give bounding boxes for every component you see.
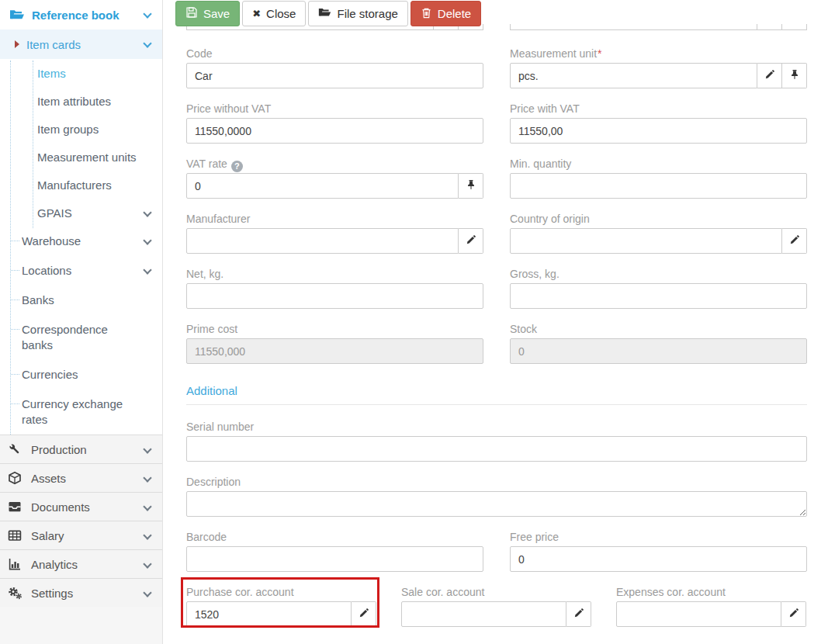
pin-icon [466, 179, 476, 192]
pin-vat-rate-button[interactable] [459, 173, 483, 199]
bar-chart-icon [8, 557, 25, 571]
file-storage-button-label: File storage [337, 7, 397, 20]
measurement-unit-input[interactable] [510, 63, 757, 88]
expenses-cor-account-label: Expenses cor. account [616, 586, 806, 599]
sidebar-filler [0, 607, 162, 644]
chevron-down-icon [143, 473, 151, 482]
delete-button[interactable]: Delete [411, 1, 481, 26]
required-asterisk: * [598, 47, 601, 60]
edit-expenses-cor-account-button[interactable] [781, 601, 806, 627]
sidebar-item-label: GPAIS [37, 206, 72, 220]
item-form: Code Measurement unit* Price without VAT… [186, 24, 807, 627]
sidebar-item-item-cards[interactable]: Item cards [0, 29, 162, 59]
purchase-cor-account-highlight: Purchase cor. account [186, 586, 376, 627]
additional-section-link[interactable]: Additional [186, 384, 807, 397]
pencil-icon [359, 608, 369, 621]
wrench-icon [8, 442, 25, 456]
price-with-vat-input[interactable] [510, 118, 807, 144]
stock-label: Stock [510, 323, 807, 336]
country-of-origin-input[interactable] [510, 228, 782, 254]
table-icon [8, 528, 25, 542]
chevron-down-icon [143, 236, 151, 244]
gross-kg-input[interactable] [510, 283, 807, 309]
folder-open-icon [318, 7, 331, 20]
gears-icon [8, 586, 25, 600]
sidebar-item-label: Salary [31, 529, 64, 542]
pin-measurement-unit-button[interactable] [782, 63, 807, 88]
cube-icon [8, 471, 25, 485]
expenses-cor-account-input[interactable] [616, 601, 781, 627]
price-without-vat-input[interactable] [186, 118, 483, 144]
code-input[interactable] [186, 63, 483, 88]
sidebar-item-banks[interactable]: Banks [0, 286, 162, 315]
section-divider [186, 404, 807, 405]
edit-manufacturer-button[interactable] [459, 228, 483, 254]
pencil-icon [573, 608, 584, 621]
sidebar-item-measurement-units[interactable]: Measurement units [0, 143, 162, 171]
save-icon [185, 6, 198, 21]
trash-icon [421, 7, 432, 21]
edit-country-of-origin-button[interactable] [782, 228, 807, 254]
sidebar-item-settings[interactable]: Settings [0, 578, 162, 607]
sidebar-item-currency-exchange-rates[interactable]: Currency exchange rates [0, 390, 162, 435]
sidebar-item-manufacturers[interactable]: Manufacturers [0, 171, 162, 199]
edit-purchase-cor-account-button[interactable] [352, 601, 376, 627]
sidebar-item-correspondence-banks[interactable]: Correspondence banks [0, 315, 162, 360]
free-price-label: Free price [510, 531, 807, 544]
min-quantity-input[interactable] [510, 173, 807, 199]
sidebar-item-item-groups[interactable]: Item groups [0, 115, 162, 143]
serial-number-input[interactable] [186, 436, 807, 462]
measurement-unit-label: Measurement unit* [510, 47, 807, 61]
vat-rate-input[interactable] [186, 173, 459, 199]
pencil-icon [789, 234, 800, 248]
save-button-label: Save [203, 7, 230, 20]
sidebar-item-items[interactable]: Items [0, 59, 162, 87]
sidebar-item-item-attributes[interactable]: Item attributes [0, 87, 162, 115]
sidebar: Reference book Item cards Items Item att… [0, 0, 163, 644]
main-content: Save ✖ Close File storage Delete [163, 0, 828, 627]
sale-cor-account-input[interactable] [401, 601, 566, 627]
edit-measurement-unit-button[interactable] [757, 63, 782, 88]
chevron-down-icon [143, 588, 151, 597]
chevron-down-icon [143, 559, 151, 568]
sidebar-item-production[interactable]: Production [0, 435, 162, 463]
sidebar-item-assets[interactable]: Assets [0, 463, 162, 492]
sidebar-item-salary[interactable]: Salary [0, 521, 162, 549]
purchase-cor-account-input[interactable] [186, 601, 352, 627]
sidebar-item-label: Warehouse [22, 234, 81, 248]
chevron-down-icon [143, 9, 151, 18]
sidebar-item-analytics[interactable]: Analytics [0, 549, 162, 578]
sale-cor-account-label: Sale cor. account [401, 586, 591, 599]
price-without-vat-label: Price without VAT [186, 102, 483, 116]
description-textarea[interactable] [186, 491, 807, 517]
price-with-vat-label: Price with VAT [510, 102, 807, 116]
sidebar-item-reference-book[interactable]: Reference book [0, 0, 162, 29]
save-button[interactable]: Save [175, 1, 240, 26]
help-icon[interactable]: ? [231, 161, 243, 172]
sidebar-item-label: Settings [31, 587, 73, 600]
edit-sale-cor-account-button[interactable] [566, 601, 591, 627]
close-button[interactable]: ✖ Close [242, 1, 306, 26]
chevron-down-icon [143, 39, 151, 47]
sidebar-item-gpais[interactable]: GPAIS [0, 199, 162, 227]
sidebar-item-label: Reference book [32, 9, 120, 22]
file-storage-button[interactable]: File storage [308, 1, 407, 26]
close-icon: ✖ [252, 8, 261, 19]
sidebar-item-label: Banks [22, 293, 54, 306]
sidebar-item-label: Measurement units [37, 151, 137, 164]
free-price-input[interactable] [510, 546, 807, 572]
sidebar-item-locations[interactable]: Locations [0, 256, 162, 286]
prime-cost-input [186, 338, 483, 364]
barcode-input[interactable] [186, 546, 483, 572]
vat-rate-label: VAT rate? [186, 158, 483, 171]
net-kg-input[interactable] [186, 283, 483, 309]
sidebar-item-warehouse[interactable]: Warehouse [0, 227, 162, 256]
sidebar-item-currencies[interactable]: Currencies [0, 360, 162, 390]
manufacturer-input[interactable] [186, 228, 459, 254]
country-of-origin-label: Country of origin [510, 213, 807, 226]
net-kg-label: Net, kg. [186, 268, 483, 281]
stock-input [510, 338, 807, 364]
purchase-cor-account-label: Purchase cor. account [186, 586, 376, 599]
sidebar-item-label: Item cards [26, 38, 81, 51]
sidebar-item-documents[interactable]: Documents [0, 492, 162, 521]
